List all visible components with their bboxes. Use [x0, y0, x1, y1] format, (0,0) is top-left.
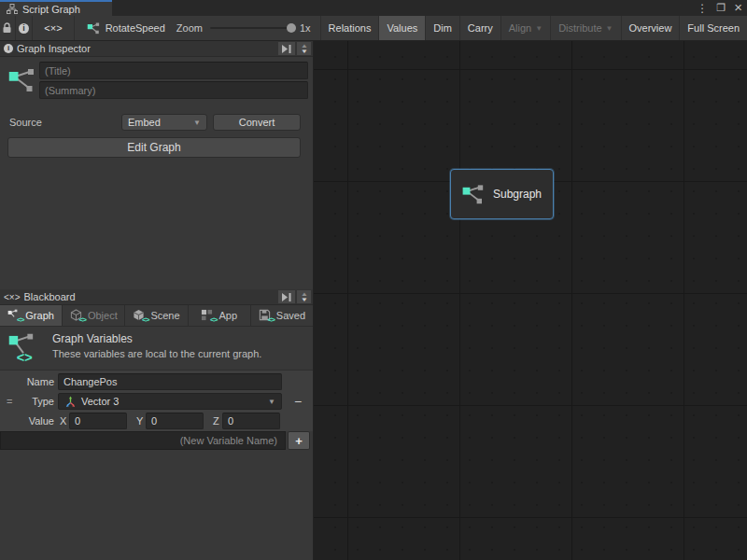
zoom-slider-handle[interactable] — [287, 23, 296, 33]
distribute-button[interactable]: Distribute ▼ — [550, 16, 620, 40]
dim-button[interactable]: Dim — [425, 16, 459, 40]
script-graph-icon — [7, 4, 18, 14]
variables-toggle-button[interactable]: <×> — [33, 16, 74, 40]
left-panel: i Graph Inspector ▲ ▼ — [0, 41, 314, 560]
zoom-label: Zoom — [176, 22, 203, 34]
graph-tab-icon: <> — [7, 309, 21, 322]
close-icon[interactable]: × — [734, 0, 742, 14]
script-graph-window: Script Graph ⋮ ❐ × i <×> — [0, 0, 747, 560]
zoom-value: 1x — [300, 22, 311, 34]
z-axis-label: Z — [213, 415, 219, 427]
add-variable-button[interactable]: + — [288, 431, 310, 450]
lock-icon — [2, 22, 12, 34]
variable-type-dropdown[interactable]: Vector 3 ▼ — [58, 393, 282, 410]
dock-panel-button[interactable] — [278, 42, 295, 55]
tab-object[interactable]: <> Object — [63, 305, 125, 326]
info-icon: i — [19, 23, 29, 34]
source-label: Source — [9, 117, 42, 128]
variables-icon: <×> — [44, 22, 62, 34]
values-button[interactable]: Values — [378, 16, 425, 40]
blackboard-tabs: <> Graph <> Object — [0, 305, 313, 327]
x-axis-label: X — [60, 415, 66, 427]
graph-icon — [87, 21, 101, 35]
subgraph-node[interactable]: Subgraph — [450, 169, 554, 219]
svg-text:<>: <> — [17, 350, 33, 364]
graph-variables-description: These variables are local to the current… — [52, 348, 261, 359]
new-variable-row: + — [0, 431, 313, 451]
toolbar-right-group: Relations Values Dim Carry Align ▼ Distr… — [320, 16, 747, 40]
panel-scroll-arrows[interactable]: ▲ ▼ — [297, 42, 311, 55]
blackboard-title: Blackboard — [24, 291, 76, 302]
z-value-input[interactable] — [222, 413, 280, 429]
graph-inspector-header: i Graph Inspector ▲ ▼ — [0, 41, 313, 57]
dock-panel-button[interactable] — [278, 290, 295, 303]
overview-button[interactable]: Overview — [621, 16, 680, 40]
caret-down-icon: ▼ — [193, 119, 201, 127]
name-label: Name — [6, 376, 54, 387]
dock-icon — [282, 293, 291, 301]
object-tab-icon: <> — [70, 309, 84, 322]
graph-canvas[interactable]: Subgraph — [314, 41, 747, 560]
convert-button[interactable]: Convert — [213, 114, 301, 131]
relations-button[interactable]: Relations — [320, 16, 379, 40]
window-menu-icon[interactable]: ⋮ — [697, 3, 708, 14]
graph-breadcrumb[interactable]: RotateSpeed — [75, 16, 176, 40]
scene-tab-icon: <> — [133, 309, 147, 322]
scroll-down-icon: ▼ — [300, 49, 307, 54]
source-value: Embed — [128, 117, 161, 128]
breadcrumb-label: RotateSpeed — [106, 22, 165, 34]
align-button[interactable]: Align ▼ — [500, 16, 550, 40]
tab-scene[interactable]: <> Scene — [125, 305, 188, 326]
zoom-control: Zoom 1x — [176, 16, 320, 40]
info-icon: i — [4, 44, 13, 53]
variable-name-input[interactable] — [58, 373, 282, 390]
vector3-icon — [64, 396, 77, 408]
variable-row: = Name Type Vector 3 ▼ − Value X Y — [0, 371, 313, 431]
remove-variable-button[interactable]: − — [288, 393, 308, 410]
graph-title-input[interactable] — [39, 62, 308, 79]
dock-icon — [282, 45, 291, 53]
saved-tab-icon: <> — [259, 309, 273, 322]
edit-graph-button[interactable]: Edit Graph — [7, 137, 301, 158]
graph-toolbar: i <×> RotateSpeed Zoom 1x Relations — [0, 16, 747, 41]
lock-button[interactable] — [0, 16, 16, 40]
value-label: Value — [6, 415, 54, 427]
subgraph-icon — [462, 183, 485, 205]
new-variable-name-input[interactable] — [0, 431, 286, 450]
tab-app[interactable]: <> App — [189, 305, 251, 326]
tab-label: Script Graph — [22, 4, 80, 15]
graph-inspector-title: Graph Inspector — [17, 43, 91, 54]
graph-variables-icon: <> — [8, 332, 38, 368]
tab-saved[interactable]: <> Saved — [251, 305, 313, 326]
y-axis-label: Y — [136, 415, 143, 427]
graph-inspector-icon — [8, 65, 36, 99]
scroll-down-icon: ▼ — [300, 297, 307, 302]
x-value-input[interactable] — [69, 413, 127, 429]
maximize-icon[interactable]: ❐ — [716, 3, 726, 13]
inspect-button[interactable]: i — [16, 16, 34, 40]
type-value: Vector 3 — [81, 396, 119, 407]
type-label: Type — [6, 396, 54, 407]
y-value-input[interactable] — [146, 413, 204, 429]
source-dropdown[interactable]: Embed ▼ — [121, 114, 207, 131]
graph-summary-input[interactable] — [39, 81, 308, 99]
zoom-slider[interactable] — [210, 27, 292, 29]
tab-script-graph[interactable]: Script Graph — [0, 0, 112, 16]
carry-button[interactable]: Carry — [459, 16, 500, 40]
blackboard-header: <×> Blackboard ▲ ▼ — [0, 289, 313, 305]
node-label: Subgraph — [493, 188, 542, 201]
panel-scroll-arrows[interactable]: ▲ ▼ — [297, 290, 311, 303]
caret-down-icon: ▼ — [268, 398, 275, 406]
caret-down-icon: ▼ — [535, 24, 543, 33]
blackboard-icon: <×> — [4, 292, 21, 302]
fullscreen-button[interactable]: Full Screen — [679, 16, 747, 40]
caret-down-icon: ▼ — [606, 24, 613, 33]
tab-graph[interactable]: <> Graph — [0, 305, 63, 326]
window-tab-bar: Script Graph ⋮ ❐ × — [0, 0, 747, 16]
app-tab-icon: <> — [201, 309, 215, 322]
graph-variables-title: Graph Variables — [52, 332, 133, 345]
window-controls: ⋮ ❐ × — [697, 0, 742, 16]
